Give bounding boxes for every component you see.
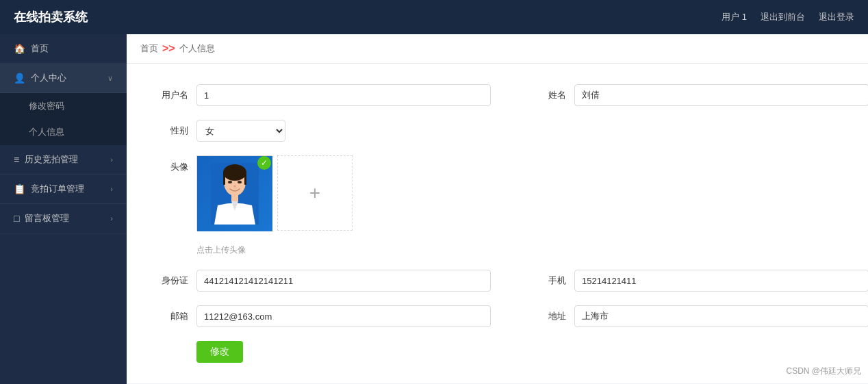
svg-rect-3 [223, 172, 225, 185]
chevron-right-icon: › [110, 155, 113, 164]
avatar-current: ✓ [196, 155, 272, 231]
sidebar-item-home[interactable]: 🏠 首页 [0, 34, 127, 64]
sidebar-item-personal-center-label: 个人中心 [31, 72, 66, 84]
home-icon: 🏠 [14, 43, 25, 54]
email-label: 邮箱 [154, 310, 188, 322]
main-content: 首页 >> 个人信息 用户名 姓名 性别 [127, 34, 868, 384]
svg-point-2 [223, 164, 246, 181]
username-input[interactable] [196, 84, 491, 106]
form-field-email: 邮箱 [154, 305, 491, 327]
address-label: 地址 [532, 310, 566, 322]
svg-point-8 [233, 185, 236, 188]
svg-point-7 [238, 181, 242, 183]
form-area: 用户名 姓名 性别 男 女 头 [127, 64, 868, 383]
form-field-name: 姓名 [532, 84, 868, 106]
breadcrumb: 首页 >> 个人信息 [127, 34, 868, 64]
sidebar-sub-personal: 修改密码 个人信息 [0, 93, 127, 145]
sidebar-item-history-auction[interactable]: ≡ 历史竞拍管理 › [0, 145, 127, 175]
sidebar-item-bid-order[interactable]: 📋 竞拍订单管理 › [0, 175, 127, 204]
svg-point-6 [228, 181, 232, 183]
gender-label: 性别 [154, 125, 188, 137]
person-icon: 👤 [14, 73, 25, 84]
id-card-label: 身份证 [154, 274, 188, 287]
sidebar-item-change-password[interactable]: 修改密码 [0, 93, 127, 119]
form-row-gender: 性别 男 女 [154, 120, 841, 142]
chevron-right-icon-2: › [110, 185, 113, 193]
message-icon: □ [14, 213, 19, 224]
sidebar: 🏠 首页 👤 个人中心 ∨ 修改密码 个人信息 ≡ 历史竞拍管理 › [0, 34, 127, 384]
form-row-username: 用户名 姓名 [154, 84, 841, 106]
form-field-address: 地址 [532, 305, 868, 327]
address-input[interactable] [574, 305, 868, 327]
chevron-down-icon: ∨ [107, 74, 113, 83]
sidebar-item-home-label: 首页 [31, 42, 49, 55]
id-card-input[interactable] [196, 270, 491, 292]
form-row-email: 邮箱 地址 [154, 305, 841, 327]
avatar-images: ✓ + [196, 155, 353, 231]
sidebar-item-bid-order-label: 竞拍订单管理 [31, 183, 84, 195]
name-label: 姓名 [532, 89, 566, 101]
breadcrumb-current: 个人信息 [179, 42, 215, 55]
username-label: 用户名 [154, 89, 188, 101]
site-logo: 在线拍卖系统 [14, 9, 88, 25]
phone-label: 手机 [532, 274, 566, 287]
sidebar-item-personal-center[interactable]: 👤 个人中心 ∨ [0, 64, 127, 93]
logout-link[interactable]: 退出登录 [819, 11, 854, 23]
form-row-idcard: 身份证 手机 [154, 270, 841, 292]
avatar-check-icon: ✓ [257, 156, 271, 170]
name-input[interactable] [574, 84, 868, 106]
phone-input[interactable] [574, 270, 868, 292]
sidebar-item-change-password-label: 修改密码 [29, 101, 64, 111]
sidebar-item-message-board[interactable]: □ 留言板管理 › [0, 204, 127, 233]
sidebar-item-history-label: 历史竞拍管理 [25, 153, 78, 166]
form-field-phone: 手机 [532, 270, 868, 292]
upload-hint: 点击上传头像 [196, 244, 841, 256]
breadcrumb-home[interactable]: 首页 [140, 42, 158, 55]
history-icon: ≡ [14, 154, 19, 165]
header-user: 用户 1 [722, 11, 747, 23]
form-row-avatar: 头像 [154, 155, 841, 231]
avatar-svg [211, 163, 259, 225]
email-input[interactable] [196, 305, 491, 327]
form-field-username: 用户名 [154, 84, 491, 106]
order-icon: 📋 [14, 183, 25, 194]
plus-icon: + [309, 182, 320, 204]
back-to-front-link[interactable]: 退出到前台 [761, 11, 805, 23]
header-nav: 用户 1 退出到前台 退出登录 [722, 11, 854, 23]
submit-button[interactable]: 修改 [196, 341, 243, 363]
form-submit-row: 修改 [154, 341, 841, 363]
form-field-idcard: 身份证 [154, 270, 491, 292]
avatar-label: 头像 [154, 155, 188, 173]
form-field-gender: 性别 男 女 [154, 120, 285, 142]
layout: 🏠 首页 👤 个人中心 ∨ 修改密码 个人信息 ≡ 历史竞拍管理 › [0, 34, 868, 384]
header: 在线拍卖系统 用户 1 退出到前台 退出登录 [0, 0, 868, 34]
chevron-right-icon-3: › [110, 214, 113, 222]
svg-rect-5 [231, 194, 238, 201]
gender-select[interactable]: 男 女 [196, 120, 285, 142]
breadcrumb-separator: >> [162, 42, 175, 55]
sidebar-item-personal-info-label: 个人信息 [29, 127, 64, 137]
avatar-upload-button[interactable]: + [277, 155, 353, 231]
svg-rect-4 [244, 172, 246, 185]
sidebar-item-personal-info[interactable]: 个人信息 [0, 119, 127, 145]
sidebar-item-message-label: 留言板管理 [25, 212, 69, 225]
